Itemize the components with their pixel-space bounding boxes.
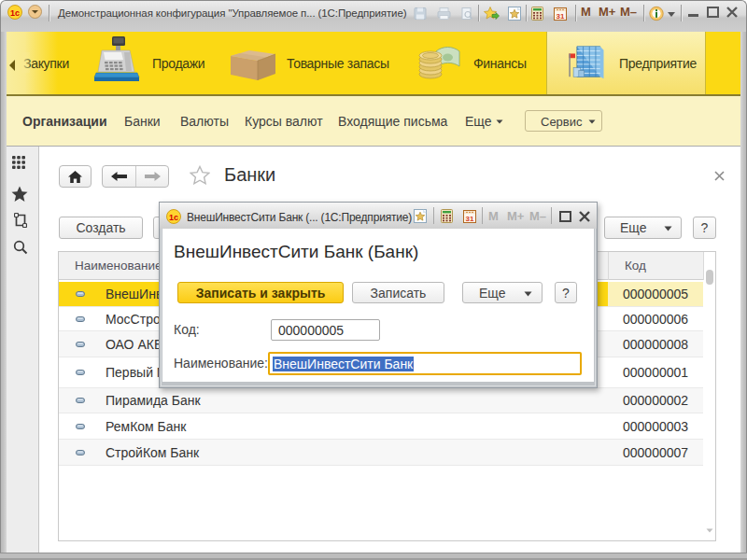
svg-text:31: 31	[466, 215, 474, 223]
svg-text:1с: 1с	[10, 8, 20, 18]
svg-text:1с: 1с	[169, 213, 178, 222]
svg-text:31: 31	[557, 12, 565, 21]
